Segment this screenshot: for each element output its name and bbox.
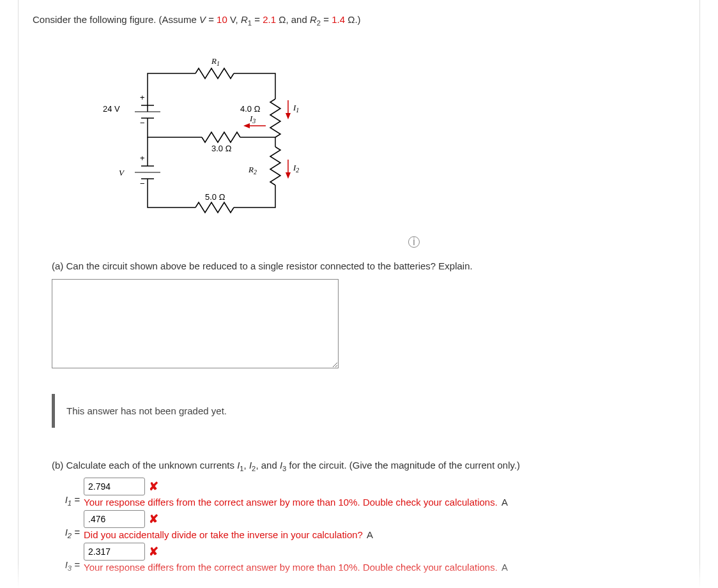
wrong-icon: ✘ (149, 479, 158, 494)
label-24v: 24 V (103, 104, 120, 114)
svg-text:−: − (140, 118, 145, 128)
svg-text:−: − (140, 179, 145, 188)
i3-input[interactable] (84, 543, 145, 561)
label-4ohm: 4.0 Ω (240, 104, 261, 114)
wrong-icon: ✘ (149, 512, 158, 526)
label-i3: I3 (249, 114, 256, 124)
part-a-label: (a) Can the circuit shown above be reduc… (52, 260, 685, 271)
label-5ohm: 5.0 Ω (205, 192, 225, 202)
label-v: V (119, 168, 125, 177)
svg-text:+: + (140, 93, 145, 102)
svg-marker-11 (286, 172, 291, 179)
question-prompt: Consider the following figure. (Assume V… (33, 13, 685, 29)
i2-input[interactable] (84, 510, 145, 528)
svg-marker-7 (286, 113, 291, 119)
i1-feedback: Your response differs from the correct a… (84, 497, 508, 508)
label-i2: I2 (293, 163, 299, 174)
circuit-figure: 24 V + − V + − R1 4.0 Ω I1 I3 3.0 Ω R2 I… (96, 48, 685, 235)
not-graded-notice: This answer has not been graded yet. (52, 394, 685, 428)
i3-feedback: Your response differs from the correct a… (84, 562, 508, 573)
part-b-label: (b) Calculate each of the unknown curren… (52, 460, 685, 472)
svg-text:+: + (140, 153, 145, 163)
label-3ohm: 3.0 Ω (211, 144, 232, 153)
i3-label: I3 = (52, 543, 84, 572)
i2-feedback: Did you accidentally divide or take the … (84, 529, 373, 540)
label-i1: I1 (293, 103, 299, 114)
i1-input[interactable] (84, 478, 145, 495)
i1-label: I1 = (52, 478, 84, 507)
info-icon[interactable]: i (408, 236, 420, 248)
svg-marker-9 (243, 123, 250, 128)
label-r1: R1 (211, 56, 220, 67)
part-a-textarea[interactable] (52, 279, 339, 368)
label-r2: R2 (248, 165, 257, 176)
wrong-icon: ✘ (149, 545, 158, 559)
i2-label: I2 = (52, 510, 84, 539)
